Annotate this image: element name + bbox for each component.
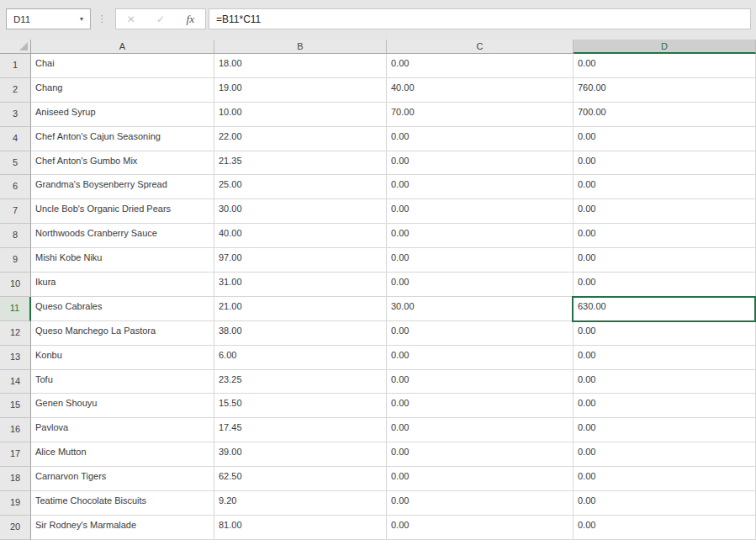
select-all-button[interactable] — [0, 40, 31, 54]
row-header-15[interactable]: 15 — [0, 394, 31, 418]
row-header-13[interactable]: 13 — [0, 346, 31, 370]
cell-B4[interactable]: 22.00 — [214, 127, 387, 151]
cell-A20[interactable]: Sir Rodney's Marmalade — [31, 516, 214, 540]
cell-A12[interactable]: Queso Manchego La Pastora — [31, 321, 214, 346]
cell-A3[interactable]: Aniseed Syrup — [31, 103, 214, 127]
cell-D19[interactable]: 0.00 — [574, 491, 756, 516]
row-header-3[interactable]: 3 — [0, 103, 31, 127]
cell-B9[interactable]: 97.00 — [214, 248, 387, 273]
cell-C18[interactable]: 0.00 — [387, 467, 574, 491]
cell-B16[interactable]: 17.45 — [214, 418, 387, 442]
row-header-4[interactable]: 4 — [0, 127, 31, 151]
cell-D12[interactable]: 0.00 — [574, 321, 756, 346]
cell-C8[interactable]: 0.00 — [387, 224, 574, 248]
cell-C13[interactable]: 0.00 — [387, 346, 574, 370]
cell-D16[interactable]: 0.00 — [574, 418, 756, 442]
cell-D10[interactable]: 0.00 — [574, 273, 756, 297]
cell-C7[interactable]: 0.00 — [387, 199, 574, 224]
row-header-19[interactable]: 19 — [0, 491, 31, 516]
cell-B8[interactable]: 40.00 — [214, 224, 387, 248]
cell-A6[interactable]: Grandma's Boysenberry Spread — [31, 175, 214, 199]
column-header-C[interactable]: C — [387, 40, 574, 54]
column-header-A[interactable]: A — [31, 40, 214, 54]
cell-B18[interactable]: 62.50 — [214, 467, 387, 491]
cell-D18[interactable]: 0.00 — [574, 467, 756, 491]
row-header-12[interactable]: 12 — [0, 321, 31, 346]
cell-A2[interactable]: Chang — [31, 78, 214, 103]
row-header-18[interactable]: 18 — [0, 467, 31, 491]
cell-B6[interactable]: 25.00 — [214, 175, 387, 199]
cell-A5[interactable]: Chef Anton's Gumbo Mix — [31, 151, 214, 176]
cell-B1[interactable]: 18.00 — [214, 54, 387, 78]
chevron-down-icon[interactable]: ▾ — [73, 15, 90, 23]
column-header-D[interactable]: D — [574, 40, 756, 54]
cell-D6[interactable]: 0.00 — [574, 175, 756, 199]
cell-C6[interactable]: 0.00 — [387, 175, 574, 199]
cell-D4[interactable]: 0.00 — [574, 127, 756, 151]
cell-C16[interactable]: 0.00 — [387, 418, 574, 442]
cell-D14[interactable]: 0.00 — [574, 370, 756, 394]
cell-A10[interactable]: Ikura — [31, 273, 214, 297]
cell-B15[interactable]: 15.50 — [214, 394, 387, 418]
cell-D9[interactable]: 0.00 — [574, 248, 756, 273]
cell-D2[interactable]: 760.00 — [574, 78, 756, 103]
row-header-16[interactable]: 16 — [0, 418, 31, 442]
cell-A19[interactable]: Teatime Chocolate Biscuits — [31, 491, 214, 516]
cell-B10[interactable]: 31.00 — [214, 273, 387, 297]
cell-B17[interactable]: 39.00 — [214, 442, 387, 467]
cell-D7[interactable]: 0.00 — [574, 199, 756, 224]
cell-A11[interactable]: Queso Cabrales — [31, 297, 214, 321]
cell-D3[interactable]: 700.00 — [574, 103, 756, 127]
cell-C20[interactable]: 0.00 — [387, 516, 574, 540]
row-header-17[interactable]: 17 — [0, 442, 31, 467]
cell-A18[interactable]: Carnarvon Tigers — [31, 467, 214, 491]
cell-A7[interactable]: Uncle Bob's Organic Dried Pears — [31, 199, 214, 224]
cell-C9[interactable]: 0.00 — [387, 248, 574, 273]
cell-C19[interactable]: 0.00 — [387, 491, 574, 516]
cell-C10[interactable]: 0.00 — [387, 273, 574, 297]
cell-A15[interactable]: Genen Shouyu — [31, 394, 214, 418]
cell-C2[interactable]: 40.00 — [387, 78, 574, 103]
cell-C1[interactable]: 0.00 — [387, 54, 574, 78]
row-header-8[interactable]: 8 — [0, 224, 31, 248]
cell-D20[interactable]: 0.00 — [574, 516, 756, 540]
formula-input[interactable]: =B11*C11 — [209, 8, 751, 29]
cancel-icon[interactable]: ✕ — [116, 9, 145, 29]
row-header-5[interactable]: 5 — [0, 151, 31, 176]
cell-C5[interactable]: 0.00 — [387, 151, 574, 176]
cell-A16[interactable]: Pavlova — [31, 418, 214, 442]
cell-D11-selected[interactable]: 630.00 — [574, 297, 756, 321]
cell-C12[interactable]: 0.00 — [387, 321, 574, 346]
cell-D17[interactable]: 0.00 — [574, 442, 756, 467]
cell-A17[interactable]: Alice Mutton — [31, 442, 214, 467]
row-header-1[interactable]: 1 — [0, 54, 31, 78]
cell-C11[interactable]: 30.00 — [387, 297, 574, 321]
cell-A13[interactable]: Konbu — [31, 346, 214, 370]
cell-B14[interactable]: 23.25 — [214, 370, 387, 394]
row-header-7[interactable]: 7 — [0, 199, 31, 224]
cell-C3[interactable]: 70.00 — [387, 103, 574, 127]
cell-A8[interactable]: Northwoods Cranberry Sauce — [31, 224, 214, 248]
column-header-B[interactable]: B — [214, 40, 387, 54]
row-header-14[interactable]: 14 — [0, 370, 31, 394]
cell-B19[interactable]: 9.20 — [214, 491, 387, 516]
insert-function-icon[interactable]: fx — [176, 9, 205, 29]
cell-D13[interactable]: 0.00 — [574, 346, 756, 370]
row-header-2[interactable]: 2 — [0, 78, 31, 103]
cell-B11[interactable]: 21.00 — [214, 297, 387, 321]
name-box[interactable]: D11 ▾ — [6, 8, 91, 29]
cell-A1[interactable]: Chai — [31, 54, 214, 78]
row-header-6[interactable]: 6 — [0, 175, 31, 199]
enter-icon[interactable]: ✓ — [145, 9, 175, 29]
row-header-9[interactable]: 9 — [0, 248, 31, 273]
cell-B13[interactable]: 6.00 — [214, 346, 387, 370]
cell-B2[interactable]: 19.00 — [214, 78, 387, 103]
cell-A14[interactable]: Tofu — [31, 370, 214, 394]
cell-A9[interactable]: Mishi Kobe Niku — [31, 248, 214, 273]
cell-A4[interactable]: Chef Anton's Cajun Seasoning — [31, 127, 214, 151]
row-header-11[interactable]: 11 — [0, 297, 31, 321]
cell-D5[interactable]: 0.00 — [574, 151, 756, 176]
row-header-20[interactable]: 20 — [0, 516, 31, 540]
cell-C17[interactable]: 0.00 — [387, 442, 574, 467]
cell-B3[interactable]: 10.00 — [214, 103, 387, 127]
